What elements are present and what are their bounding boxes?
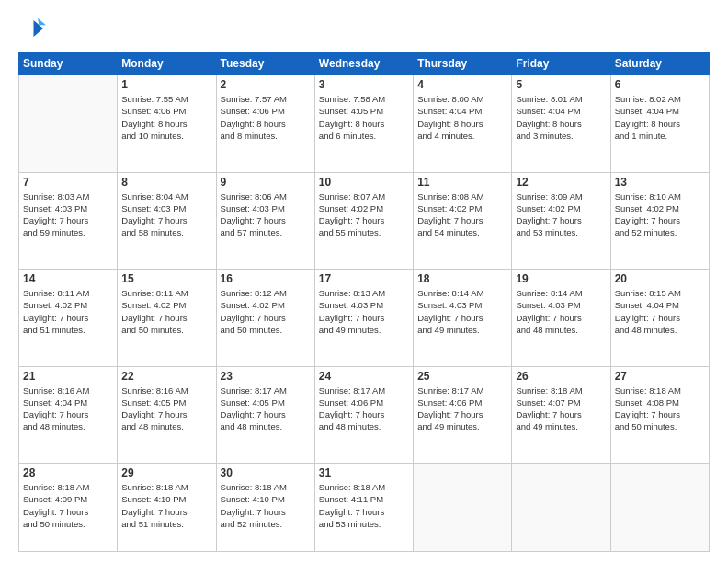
calendar-cell: 12Sunrise: 8:09 AM Sunset: 4:02 PM Dayli… [512,172,610,270]
day-header-thursday: Thursday [414,52,512,75]
calendar-header-row: SundayMondayTuesdayWednesdayThursdayFrid… [19,52,710,75]
day-header-tuesday: Tuesday [216,52,314,75]
day-number: 14 [23,272,113,285]
calendar-cell: 27Sunrise: 8:18 AM Sunset: 4:08 PM Dayli… [610,366,709,464]
day-number: 6 [615,78,705,91]
day-number: 30 [221,466,311,479]
day-info: Sunrise: 8:06 AM Sunset: 4:03 PM Dayligh… [221,190,311,239]
day-number: 24 [319,370,409,383]
calendar-cell: 31Sunrise: 8:18 AM Sunset: 4:11 PM Dayli… [314,464,413,552]
day-number: 1 [121,78,211,91]
day-info: Sunrise: 8:17 AM Sunset: 4:06 PM Dayligh… [417,385,507,433]
calendar-week-row: 28Sunrise: 8:18 AM Sunset: 4:09 PM Dayli… [19,464,710,552]
calendar-cell: 24Sunrise: 8:17 AM Sunset: 4:06 PM Dayli… [314,366,413,464]
calendar-cell: 3Sunrise: 7:58 AM Sunset: 4:05 PM Daylig… [314,75,413,173]
calendar-cell [512,464,610,552]
calendar-cell: 17Sunrise: 8:13 AM Sunset: 4:03 PM Dayli… [314,270,413,367]
day-info: Sunrise: 8:17 AM Sunset: 4:06 PM Dayligh… [319,385,409,433]
day-number: 9 [221,176,311,189]
day-number: 7 [23,176,113,189]
day-info: Sunrise: 8:12 AM Sunset: 4:02 PM Dayligh… [221,287,311,336]
day-number: 11 [417,176,507,189]
day-info: Sunrise: 8:04 AM Sunset: 4:03 PM Dayligh… [121,190,211,239]
calendar-cell: 28Sunrise: 8:18 AM Sunset: 4:09 PM Dayli… [19,464,118,552]
day-info: Sunrise: 8:18 AM Sunset: 4:09 PM Dayligh… [23,481,113,530]
calendar-cell [414,464,512,552]
day-number: 8 [121,176,211,189]
day-number: 29 [121,466,211,479]
day-number: 28 [23,466,113,479]
day-info: Sunrise: 8:16 AM Sunset: 4:05 PM Dayligh… [121,385,211,433]
day-info: Sunrise: 8:14 AM Sunset: 4:03 PM Dayligh… [516,287,606,336]
day-number: 13 [615,176,705,189]
header [18,15,710,42]
day-number: 18 [417,272,507,285]
calendar-cell: 2Sunrise: 7:57 AM Sunset: 4:06 PM Daylig… [216,75,314,173]
day-info: Sunrise: 8:18 AM Sunset: 4:11 PM Dayligh… [319,481,409,530]
day-info: Sunrise: 8:01 AM Sunset: 4:04 PM Dayligh… [516,93,606,142]
day-info: Sunrise: 8:18 AM Sunset: 4:08 PM Dayligh… [615,385,705,433]
calendar-cell: 22Sunrise: 8:16 AM Sunset: 4:05 PM Dayli… [118,366,216,464]
day-number: 31 [319,466,409,479]
day-header-saturday: Saturday [610,52,709,75]
calendar-cell [610,464,709,552]
day-number: 23 [221,370,311,383]
calendar-cell: 4Sunrise: 8:00 AM Sunset: 4:04 PM Daylig… [414,75,512,173]
calendar-cell: 21Sunrise: 8:16 AM Sunset: 4:04 PM Dayli… [19,366,118,464]
calendar-cell: 25Sunrise: 8:17 AM Sunset: 4:06 PM Dayli… [414,366,512,464]
day-info: Sunrise: 8:13 AM Sunset: 4:03 PM Dayligh… [319,287,409,336]
day-number: 20 [615,272,705,285]
day-info: Sunrise: 8:10 AM Sunset: 4:02 PM Dayligh… [615,190,705,239]
day-info: Sunrise: 8:11 AM Sunset: 4:02 PM Dayligh… [121,287,211,336]
calendar-cell: 6Sunrise: 8:02 AM Sunset: 4:04 PM Daylig… [610,75,709,173]
day-number: 21 [23,370,113,383]
calendar-cell: 26Sunrise: 8:18 AM Sunset: 4:07 PM Dayli… [512,366,610,464]
calendar-cell: 11Sunrise: 8:08 AM Sunset: 4:02 PM Dayli… [414,172,512,270]
calendar-week-row: 21Sunrise: 8:16 AM Sunset: 4:04 PM Dayli… [19,366,710,464]
calendar-cell: 1Sunrise: 7:55 AM Sunset: 4:06 PM Daylig… [118,75,216,173]
day-number: 25 [417,370,507,383]
day-header-wednesday: Wednesday [314,52,413,75]
day-number: 3 [319,78,409,91]
calendar-cell: 9Sunrise: 8:06 AM Sunset: 4:03 PM Daylig… [216,172,314,270]
calendar-cell: 23Sunrise: 8:17 AM Sunset: 4:05 PM Dayli… [216,366,314,464]
day-number: 15 [121,272,211,285]
day-number: 10 [319,176,409,189]
day-info: Sunrise: 8:07 AM Sunset: 4:02 PM Dayligh… [319,190,409,239]
logo [18,15,50,42]
day-info: Sunrise: 8:15 AM Sunset: 4:04 PM Dayligh… [615,287,705,336]
calendar-cell: 5Sunrise: 8:01 AM Sunset: 4:04 PM Daylig… [512,75,610,173]
day-info: Sunrise: 8:16 AM Sunset: 4:04 PM Dayligh… [23,385,113,433]
day-header-monday: Monday [118,52,216,75]
day-info: Sunrise: 8:03 AM Sunset: 4:03 PM Dayligh… [23,190,113,239]
day-header-sunday: Sunday [19,52,118,75]
day-number: 22 [121,370,211,383]
calendar-cell: 20Sunrise: 8:15 AM Sunset: 4:04 PM Dayli… [610,270,709,367]
day-number: 16 [221,272,311,285]
calendar-cell: 8Sunrise: 8:04 AM Sunset: 4:03 PM Daylig… [118,172,216,270]
calendar-table: SundayMondayTuesdayWednesdayThursdayFrid… [18,52,710,552]
calendar-cell: 19Sunrise: 8:14 AM Sunset: 4:03 PM Dayli… [512,270,610,367]
day-number: 17 [319,272,409,285]
logo-icon [18,15,46,42]
day-info: Sunrise: 8:14 AM Sunset: 4:03 PM Dayligh… [417,287,507,336]
calendar-cell: 15Sunrise: 8:11 AM Sunset: 4:02 PM Dayli… [118,270,216,367]
day-number: 27 [615,370,705,383]
calendar-cell: 13Sunrise: 8:10 AM Sunset: 4:02 PM Dayli… [610,172,709,270]
page: SundayMondayTuesdayWednesdayThursdayFrid… [0,0,728,563]
day-info: Sunrise: 8:02 AM Sunset: 4:04 PM Dayligh… [615,93,705,142]
day-number: 4 [417,78,507,91]
calendar-week-row: 1Sunrise: 7:55 AM Sunset: 4:06 PM Daylig… [19,75,710,173]
day-info: Sunrise: 8:00 AM Sunset: 4:04 PM Dayligh… [417,93,507,142]
calendar-cell: 7Sunrise: 8:03 AM Sunset: 4:03 PM Daylig… [19,172,118,270]
calendar-cell: 14Sunrise: 8:11 AM Sunset: 4:02 PM Dayli… [19,270,118,367]
day-number: 12 [516,176,606,189]
day-header-friday: Friday [512,52,610,75]
day-number: 26 [516,370,606,383]
svg-marker-1 [38,18,46,26]
day-info: Sunrise: 8:09 AM Sunset: 4:02 PM Dayligh… [516,190,606,239]
day-info: Sunrise: 8:11 AM Sunset: 4:02 PM Dayligh… [23,287,113,336]
day-info: Sunrise: 8:08 AM Sunset: 4:02 PM Dayligh… [417,190,507,239]
calendar-week-row: 7Sunrise: 8:03 AM Sunset: 4:03 PM Daylig… [19,172,710,270]
calendar-week-row: 14Sunrise: 8:11 AM Sunset: 4:02 PM Dayli… [19,270,710,367]
